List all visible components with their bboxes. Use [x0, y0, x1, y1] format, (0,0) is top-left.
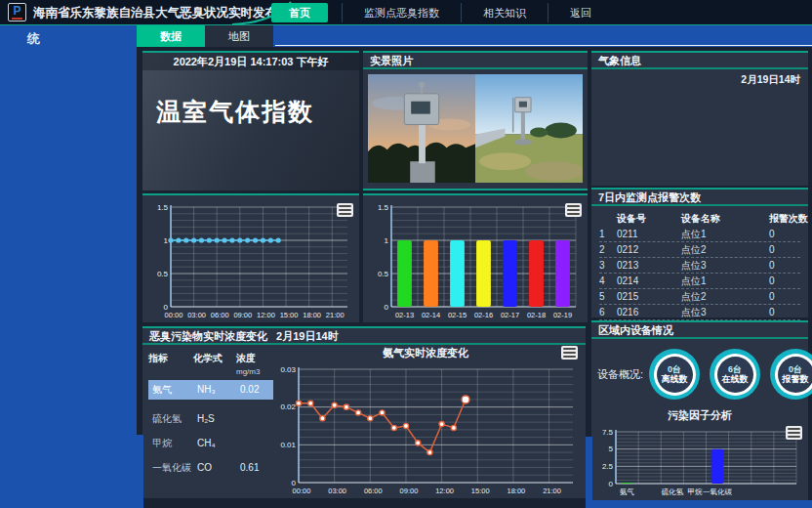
svg-text:0.01: 0.01 [280, 441, 296, 449]
site-photo-field-image[interactable] [475, 74, 583, 183]
top-bar: P 海南省乐东黎族自治县大气恶臭状况实时发布系 首页监测点恶臭指数相关知识返回 [0, 0, 812, 25]
tab-data[interactable]: 数据 [137, 25, 205, 47]
odor-col-indicator: 指标 [148, 352, 193, 376]
svg-text:硫化氢: 硫化氢 [662, 487, 684, 496]
svg-text:09:00: 09:00 [400, 487, 419, 495]
site-photo-sunset-image[interactable] [368, 74, 475, 183]
svg-text:0: 0 [385, 303, 389, 312]
svg-text:7.5: 7.5 [602, 428, 614, 437]
svg-text:00:00: 00:00 [293, 487, 311, 495]
page-background-gap [592, 500, 812, 508]
svg-text:03:00: 03:00 [328, 487, 346, 495]
odor-table-row[interactable]: 甲烷CH₄ [148, 434, 273, 453]
greenhouse-index-title: 温室气体指数 [156, 96, 359, 128]
alarm-table-row: 10211点位10 [599, 227, 800, 242]
alarm-panel-title: 7日内监测点报警次数 [591, 190, 808, 206]
svg-text:06:00: 06:00 [364, 487, 383, 495]
sidebar: 统 [0, 25, 137, 508]
svg-text:02-19: 02-19 [553, 311, 572, 319]
svg-text:03:00: 03:00 [187, 311, 206, 319]
svg-text:15:00: 15:00 [471, 487, 490, 495]
svg-text:0: 0 [164, 303, 169, 312]
device-count-label: 在线数 [722, 374, 749, 385]
svg-text:0.5: 0.5 [157, 270, 169, 278]
device-count-label: 报警数 [783, 374, 809, 385]
datetime-text: 2022年2月19日 14:17:03 下午好 [142, 53, 359, 70]
offline-count-circle: 0台离线数 [649, 349, 700, 400]
svg-text:02-13: 02-13 [395, 311, 414, 319]
photos-panel: 实景照片 [363, 51, 588, 190]
alarm-table-row: 20212点位20 [599, 242, 800, 258]
device-count: 6台 [728, 364, 742, 374]
svg-text:0.02: 0.02 [280, 402, 296, 411]
app-logo-icon: P [8, 3, 26, 21]
circle-body: 6台在线数 [717, 357, 753, 393]
svg-text:15:00: 15:00 [280, 311, 299, 319]
alarm-col-device-name: 设备名称 [681, 211, 769, 227]
svg-text:18:00: 18:00 [508, 487, 526, 495]
svg-text:1: 1 [385, 236, 389, 245]
ammonia-chart-zone: 氨气实时浓度变化 00:0003:0006:0009:0012:0015:001… [269, 346, 582, 496]
chart-toolbox-icon[interactable] [561, 346, 578, 360]
main-nav: 首页监测点恶臭指数相关知识返回 [271, 0, 613, 25]
svg-text:12:00: 12:00 [257, 311, 275, 319]
nav-item-return[interactable]: 返回 [548, 3, 613, 22]
circle-ring: 0台离线数 [654, 354, 696, 396]
svg-text:21:00: 21:00 [326, 311, 345, 319]
alarm-table-body: 10211点位1020212点位2030213点位3040214点位105021… [599, 227, 800, 320]
alarm-table-row: 40214点位10 [599, 274, 800, 289]
nav-item-home[interactable]: 首页 [271, 3, 328, 22]
page-background-gap [586, 437, 592, 508]
svg-text:12:00: 12:00 [435, 487, 454, 495]
tab-underline [275, 45, 812, 46]
svg-text:0.03: 0.03 [280, 365, 296, 374]
greenhouse-line-svg: 00:0003:0006:0009:0012:0015:0018:0021:00… [145, 199, 356, 320]
odor-table-row[interactable]: 氨气NH₃0.02 [148, 380, 273, 400]
svg-text:02-17: 02-17 [501, 311, 519, 319]
chart-toolbox-icon[interactable] [786, 426, 802, 440]
tab-map[interactable]: 地图 [205, 25, 273, 47]
title-overflow-char: 统 [27, 30, 40, 48]
odor-table-header: 指标 化学式 浓度 mg/m3 [148, 352, 273, 376]
svg-text:00:00: 00:00 [165, 311, 183, 319]
greenhouse-chart-panel: 00:0003:0006:0009:0012:0015:0018:0021:00… [142, 193, 359, 322]
weather-panel-title: 气象信息 [591, 53, 808, 69]
daily-index-bar-chart: 02-1302-1402-1502-1602-1702-1802-1900.51… [366, 199, 585, 320]
alarm-table-row: 30213点位30 [599, 258, 800, 274]
logo-red-accent [12, 18, 22, 20]
odor-unit: mg/m3 [236, 367, 260, 376]
odor-table-row[interactable]: 一氧化碳CO0.61 [148, 458, 273, 478]
photos-panel-title: 实景照片 [363, 53, 588, 69]
odor-panel-date: 2月19日14时 [276, 330, 339, 342]
device-overview-row: 设备概况: 0台离线数6台在线数0台报警数 [597, 346, 802, 402]
chart-toolbox-icon[interactable] [337, 203, 353, 217]
alarm-col-count: 报警次数 [769, 211, 808, 227]
nav-item-odor-index[interactable]: 监测点恶臭指数 [342, 3, 461, 22]
circle-ring: 6台在线数 [714, 354, 756, 396]
svg-text:0.5: 0.5 [378, 270, 389, 278]
device-panel: 区域内设备情况 设备概况: 0台离线数6台在线数0台报警数 污染因子分析 氨气硫… [591, 320, 808, 500]
device-count-label: 离线数 [662, 374, 688, 385]
ammonia-line-chart: 00:0003:0006:0009:0012:0015:0018:0021:00… [269, 361, 582, 496]
svg-text:氨气: 氨气 [620, 487, 634, 496]
pollution-bar-chart: 氨气硫化氢甲烷一氧化碳02.557.5 [594, 424, 805, 497]
nav-item-knowledge[interactable]: 相关知识 [461, 3, 548, 22]
alarm-table-row: 60216点位30 [599, 305, 800, 320]
odor-col-formula: 化学式 [193, 352, 236, 376]
odor-table-row[interactable]: 硫化氢H₂S [148, 409, 273, 429]
svg-text:1.5: 1.5 [378, 203, 389, 212]
svg-text:甲烷: 甲烷 [687, 487, 703, 496]
alarm-table: 设备号 设备名称 报警次数 10211点位1020212点位2030213点位3… [591, 206, 808, 320]
pollution-chart-title: 污染因子分析 [591, 408, 808, 423]
svg-text:1.5: 1.5 [157, 203, 169, 212]
circle-body: 0台报警数 [778, 357, 812, 393]
online-count-circle: 6台在线数 [710, 349, 760, 400]
svg-text:06:00: 06:00 [211, 311, 229, 319]
circle-ring: 0台报警数 [775, 354, 812, 396]
page-background-gap [137, 435, 143, 508]
odor-table-body: 氨气NH₃0.02硫化氢H₂S甲烷CH₄一氧化碳CO0.61 [148, 380, 273, 478]
dashboard-page: P 海南省乐东黎族自治县大气恶臭状况实时发布系 首页监测点恶臭指数相关知识返回 … [0, 0, 812, 508]
chart-toolbox-icon[interactable] [565, 203, 582, 217]
photo-row [368, 74, 583, 183]
svg-text:09:00: 09:00 [233, 311, 252, 319]
